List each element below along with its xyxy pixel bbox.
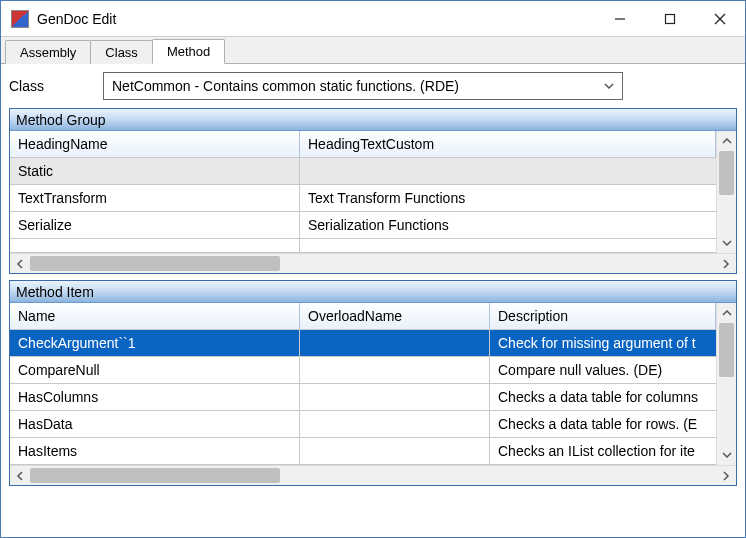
- table-row[interactable]: Static: [10, 158, 716, 185]
- table-row[interactable]: CheckArgument``1 Check for missing argum…: [10, 330, 716, 357]
- method-group-panel: Method Group HeadingName HeadingTextCust…: [9, 108, 737, 274]
- cell: [300, 330, 490, 356]
- cell: [300, 411, 490, 437]
- cell: TextTransform: [10, 185, 300, 211]
- cell: HasData: [10, 411, 300, 437]
- column-header[interactable]: HeadingName: [10, 131, 300, 157]
- scroll-track[interactable]: [717, 323, 736, 445]
- maximize-icon: [664, 13, 676, 25]
- cell: [300, 239, 716, 252]
- class-combobox[interactable]: NetCommon - Contains common static funct…: [103, 72, 623, 100]
- cell: Check for missing argument of t: [490, 330, 716, 356]
- title-bar: GenDoc Edit: [1, 1, 745, 37]
- class-label: Class: [9, 78, 103, 94]
- cell: [10, 239, 300, 252]
- cell: Compare null values. (DE): [490, 357, 716, 383]
- method-item-column-headers: Name OverloadName Description: [10, 303, 716, 330]
- column-header[interactable]: HeadingTextCustom: [300, 131, 716, 157]
- table-row[interactable]: TextTransform Text Transform Functions: [10, 185, 716, 212]
- cell: HasColumns: [10, 384, 300, 410]
- app-icon: [11, 10, 29, 28]
- cell: Checks a data table for rows. (E: [490, 411, 716, 437]
- tab-strip: Assembly Class Method: [1, 37, 745, 64]
- class-combobox-value: NetCommon - Contains common static funct…: [112, 78, 600, 94]
- scroll-thumb[interactable]: [30, 468, 280, 483]
- close-icon: [714, 13, 726, 25]
- horizontal-scrollbar[interactable]: [10, 253, 736, 273]
- scroll-up-button[interactable]: [717, 131, 736, 151]
- horizontal-scrollbar[interactable]: [10, 465, 736, 485]
- scroll-track[interactable]: [30, 254, 716, 273]
- tab-assembly[interactable]: Assembly: [5, 40, 91, 64]
- cell: Text Transform Functions: [300, 185, 716, 211]
- cell: Serialize: [10, 212, 300, 238]
- method-item-panel: Method Item Name OverloadName Descriptio…: [9, 280, 737, 486]
- scroll-thumb[interactable]: [719, 151, 734, 195]
- scroll-right-button[interactable]: [716, 466, 736, 485]
- svg-rect-1: [666, 14, 675, 23]
- cell: [300, 438, 490, 464]
- table-row[interactable]: HasColumns Checks a data table for colum…: [10, 384, 716, 411]
- method-item-grid: Name OverloadName Description CheckArgum…: [10, 303, 736, 485]
- scroll-down-button[interactable]: [717, 445, 736, 465]
- cell: Checks a data table for columns: [490, 384, 716, 410]
- cell: Static: [10, 158, 300, 184]
- method-group-column-headers: HeadingName HeadingTextCustom: [10, 131, 716, 158]
- window-title: GenDoc Edit: [37, 11, 116, 27]
- chevron-down-icon: [600, 73, 618, 99]
- column-header[interactable]: OverloadName: [300, 303, 490, 329]
- table-row[interactable]: Serialize Serialization Functions: [10, 212, 716, 239]
- minimize-icon: [614, 13, 626, 25]
- table-row[interactable]: HasData Checks a data table for rows. (E: [10, 411, 716, 438]
- method-group-grid: HeadingName HeadingTextCustom Static Tex…: [10, 131, 736, 273]
- table-row[interactable]: [10, 239, 716, 253]
- table-row[interactable]: CompareNull Compare null values. (DE): [10, 357, 716, 384]
- cell: Serialization Functions: [300, 212, 716, 238]
- scroll-left-button[interactable]: [10, 466, 30, 485]
- method-group-header: Method Group: [10, 109, 736, 131]
- cell: HasItems: [10, 438, 300, 464]
- method-item-header: Method Item: [10, 281, 736, 303]
- column-header[interactable]: Description: [490, 303, 716, 329]
- scroll-left-button[interactable]: [10, 254, 30, 273]
- scroll-down-button[interactable]: [717, 233, 736, 253]
- table-row[interactable]: HasItems Checks an IList collection for …: [10, 438, 716, 465]
- client-area: Class NetCommon - Contains common static…: [1, 64, 745, 486]
- scroll-up-button[interactable]: [717, 303, 736, 323]
- scroll-thumb[interactable]: [719, 323, 734, 377]
- scroll-right-button[interactable]: [716, 254, 736, 273]
- scroll-thumb[interactable]: [30, 256, 280, 271]
- class-field-row: Class NetCommon - Contains common static…: [9, 72, 737, 100]
- scroll-track[interactable]: [717, 151, 736, 233]
- tab-method[interactable]: Method: [152, 39, 225, 64]
- tab-class[interactable]: Class: [90, 40, 153, 64]
- cell: Checks an IList collection for ite: [490, 438, 716, 464]
- column-header[interactable]: Name: [10, 303, 300, 329]
- scroll-track[interactable]: [30, 466, 716, 485]
- close-button[interactable]: [695, 1, 745, 37]
- vertical-scrollbar[interactable]: [716, 303, 736, 465]
- cell: CompareNull: [10, 357, 300, 383]
- maximize-button[interactable]: [645, 1, 695, 37]
- cell: [300, 158, 716, 184]
- cell: [300, 384, 490, 410]
- vertical-scrollbar[interactable]: [716, 131, 736, 253]
- minimize-button[interactable]: [595, 1, 645, 37]
- cell: [300, 357, 490, 383]
- cell: CheckArgument``1: [10, 330, 300, 356]
